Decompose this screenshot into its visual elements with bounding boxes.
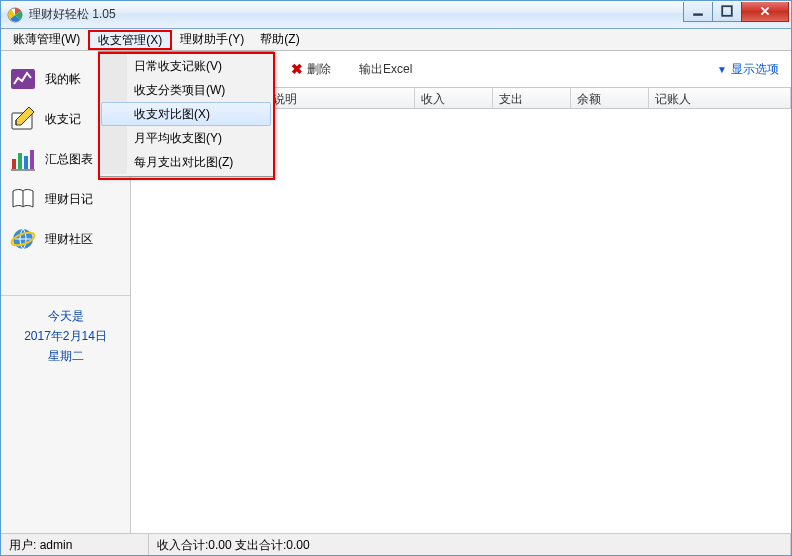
delete-icon: ✖ [291,61,303,77]
dd-category-items[interactable]: 收支分类项目(W) [101,78,271,102]
delete-button[interactable]: ✖ 删除 [291,61,331,78]
date-label: 2017年2月14日 [1,326,130,346]
dd-monthly-avg-chart[interactable]: 月平均收支图(Y) [101,126,271,150]
window-buttons [683,2,789,22]
status-user: 用户: admin [1,534,149,555]
maximize-button[interactable] [712,2,742,22]
minimize-button[interactable] [683,2,713,22]
col-expense[interactable]: 支出 [493,88,571,108]
menu-assistant[interactable]: 理财助手(Y) [172,29,252,50]
menu-income-expense[interactable]: 收支管理(X) [88,30,172,50]
pencil-note-icon [9,105,37,133]
status-summary: 收入合计:0.00 支出合计:0.00 [149,534,791,555]
dd-daily-record[interactable]: 日常收支记账(V) [101,54,271,78]
status-bar: 用户: admin 收入合计:0.00 支出合计:0.00 [1,533,791,555]
export-excel-button[interactable]: 输出Excel [359,61,412,78]
today-label: 今天是 [1,306,130,326]
menu-bar: 账薄管理(W) 收支管理(X) 理财助手(Y) 帮助(Z) [1,29,791,51]
bar-chart-icon [9,145,37,173]
svg-rect-8 [30,150,34,169]
chart-icon [9,65,37,93]
svg-rect-1 [693,13,703,15]
delete-label: 删除 [307,61,331,78]
dd-monthly-expense-compare[interactable]: 每月支出对比图(Z) [101,150,271,174]
col-recorder[interactable]: 记账人 [649,88,791,108]
sidebar-item-community[interactable]: 理财社区 [1,219,130,259]
show-options-button[interactable]: ▼ 显示选项 [717,61,779,78]
income-expense-dropdown: 日常收支记账(V) 收支分类项目(W) 收支对比图(X) 月平均收支图(Y) 每… [98,51,274,177]
chevron-down-icon: ▼ [717,64,727,75]
svg-rect-6 [18,153,22,169]
svg-rect-7 [24,156,28,169]
book-icon [9,185,37,213]
show-options-label: 显示选项 [731,61,779,78]
sidebar-item-diary[interactable]: 理财日记 [1,179,130,219]
date-panel: 今天是 2017年2月14日 星期二 [1,295,130,376]
app-icon [7,7,23,23]
col-balance[interactable]: 余额 [571,88,649,108]
svg-rect-5 [12,159,16,169]
sidebar-item-label: 我的帐 [45,71,81,88]
sidebar-item-label: 汇总图表 [45,151,93,168]
col-income[interactable]: 收入 [415,88,493,108]
dd-compare-chart[interactable]: 收支对比图(X) [101,102,271,126]
menu-help[interactable]: 帮助(Z) [252,29,307,50]
svg-rect-2 [722,6,732,16]
sidebar-item-label: 收支记 [45,111,81,128]
window-title: 理财好轻松 1.05 [29,6,683,23]
close-button[interactable] [741,2,789,22]
col-description[interactable]: 说明 [267,88,415,108]
title-bar: 理财好轻松 1.05 [1,1,791,29]
weekday-label: 星期二 [1,346,130,366]
sidebar-item-label: 理财社区 [45,231,93,248]
ie-icon [9,225,37,253]
app-window: 理财好轻松 1.05 账薄管理(W) 收支管理(X) 理财助手(Y) 帮助(Z)… [0,0,792,556]
export-label: 输出Excel [359,61,412,78]
menu-accounts[interactable]: 账薄管理(W) [5,29,88,50]
sidebar-item-label: 理财日记 [45,191,93,208]
